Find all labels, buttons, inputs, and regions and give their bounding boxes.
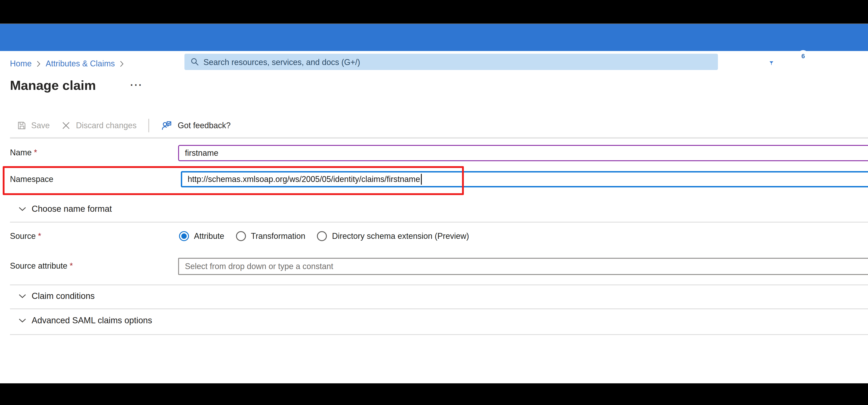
- search-icon: [190, 57, 199, 66]
- title-overflow-menu-button[interactable]: ···: [130, 79, 143, 91]
- search-input[interactable]: [203, 54, 711, 71]
- feedback-person-icon: [161, 120, 172, 131]
- command-bar: Save Discard changes Got feedback?: [17, 118, 230, 133]
- directory-filter-icon: [763, 55, 776, 68]
- notification-count-badge: 6: [798, 50, 809, 61]
- namespace-field-label: Namespace: [10, 175, 53, 184]
- advanced-saml-options-label: Advanced SAML claims options: [32, 315, 152, 326]
- save-icon: [17, 121, 27, 131]
- claim-conditions-label: Claim conditions: [32, 291, 95, 301]
- page-title: Manage claim: [10, 78, 96, 93]
- section-divider: [10, 222, 868, 223]
- svg-text:?: ?: [854, 58, 859, 66]
- bottom-black-band: [0, 383, 868, 405]
- breadcrumb-attributes-claims-link[interactable]: Attributes & Claims: [46, 59, 115, 69]
- gear-icon: [819, 55, 833, 68]
- discard-changes-button[interactable]: Discard changes: [61, 121, 136, 130]
- chevron-down-icon: [19, 294, 26, 298]
- namespace-input[interactable]: http://schemas.xmlsoap.org/ws/2005/05/id…: [181, 171, 868, 188]
- got-feedback-button[interactable]: Got feedback?: [161, 120, 230, 131]
- radio-unselected-icon[interactable]: [317, 231, 327, 241]
- source-field-label: Source*: [10, 232, 41, 241]
- radio-option-directory-schema-extension[interactable]: Directory schema extension (Preview): [317, 231, 469, 241]
- required-asterisk: *: [70, 262, 73, 270]
- required-asterisk: *: [34, 148, 37, 157]
- claim-conditions-section[interactable]: Claim conditions: [19, 291, 95, 301]
- choose-name-format-section[interactable]: Choose name format: [19, 204, 112, 214]
- breadcrumb: Home Attributes & Claims: [10, 59, 124, 69]
- help-button[interactable]: ?: [849, 54, 864, 69]
- discard-changes-label: Discard changes: [76, 121, 136, 130]
- radio-option-attribute[interactable]: Attribute: [179, 231, 224, 241]
- save-button[interactable]: Save: [17, 121, 50, 131]
- advanced-saml-options-section[interactable]: Advanced SAML claims options: [19, 315, 152, 326]
- help-icon: ?: [849, 55, 863, 68]
- top-black-band: [0, 0, 868, 24]
- section-divider: [10, 284, 868, 285]
- save-label: Save: [31, 121, 50, 130]
- cloud-shell-icon: [736, 55, 749, 68]
- chevron-right-icon: [37, 61, 41, 67]
- settings-button[interactable]: [819, 54, 834, 69]
- radio-unselected-icon[interactable]: [236, 231, 246, 241]
- namespace-value: http://schemas.xmlsoap.org/ws/2005/05/id…: [188, 174, 420, 184]
- azure-header-bar: Microsoft Azure: [0, 24, 868, 51]
- choose-name-format-label: Choose name format: [32, 204, 112, 214]
- section-divider: [10, 308, 868, 309]
- source-attribute-field-label: Source attribute*: [10, 262, 73, 271]
- chevron-right-icon: [120, 61, 124, 67]
- section-divider: [10, 137, 868, 139]
- radio-selected-icon[interactable]: [179, 231, 189, 241]
- cloud-shell-button[interactable]: [735, 54, 749, 69]
- breadcrumb-home-link[interactable]: Home: [10, 59, 32, 69]
- text-cursor: [421, 174, 422, 185]
- global-search: [184, 54, 718, 70]
- azure-portal-page: Microsoft Azure: [0, 0, 868, 405]
- radio-option-transformation[interactable]: Transformation: [236, 231, 305, 241]
- toolbar-divider: [148, 119, 149, 132]
- directory-filter-button[interactable]: [762, 54, 777, 69]
- name-input[interactable]: [178, 145, 868, 161]
- source-attribute-input[interactable]: [178, 258, 868, 275]
- required-asterisk: *: [38, 232, 41, 241]
- got-feedback-label: Got feedback?: [178, 121, 230, 130]
- chevron-down-icon: [19, 318, 26, 323]
- section-divider: [10, 334, 868, 335]
- close-icon: [61, 121, 70, 130]
- name-field-label: Name*: [10, 148, 37, 158]
- chevron-down-icon: [19, 207, 26, 211]
- source-radio-group: Attribute Transformation Directory schem…: [179, 231, 469, 241]
